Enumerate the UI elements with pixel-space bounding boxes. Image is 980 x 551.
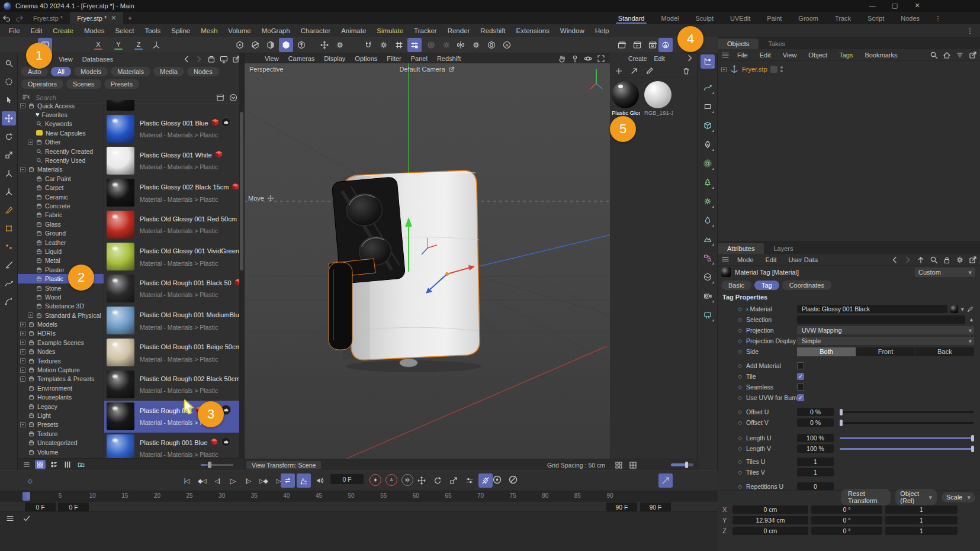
y-position-field[interactable]: 12.934 cm bbox=[732, 516, 808, 524]
tree-item-uncategorized[interactable]: Uncategorized bbox=[18, 438, 104, 447]
filter-chip-nodes[interactable]: Nodes bbox=[187, 67, 219, 76]
menu-modes[interactable]: Modes bbox=[79, 27, 110, 34]
panel-tab-attributes[interactable]: Attributes bbox=[718, 243, 764, 254]
filter-chip-auto[interactable]: Auto bbox=[21, 67, 48, 76]
render-view-button[interactable] bbox=[615, 38, 629, 52]
axis-mode-button[interactable] bbox=[294, 38, 309, 52]
record-params-button[interactable] bbox=[462, 473, 477, 488]
menu-render[interactable]: Render bbox=[442, 27, 475, 34]
layout-tab-nodes[interactable]: Nodes bbox=[892, 12, 928, 24]
viewport-menu-redshift[interactable]: Redshift bbox=[432, 55, 465, 62]
tool-arc-button[interactable] bbox=[2, 295, 16, 309]
goto-start-button[interactable]: |◁ bbox=[179, 473, 194, 488]
layout-tab-uvedit[interactable]: UVEdit bbox=[722, 12, 759, 24]
tree-item-favorites[interactable]: ♥Favorites bbox=[18, 110, 104, 119]
new-tab-button[interactable]: + bbox=[123, 13, 136, 24]
attribute-footer-menu-icon[interactable] bbox=[722, 492, 734, 502]
thumbnail-size-slider[interactable] bbox=[201, 464, 233, 466]
material-link-field[interactable]: Plastic Glossy 001 Black bbox=[797, 305, 947, 313]
autokey-button[interactable]: A bbox=[297, 473, 311, 488]
view-label[interactable]: Perspective bbox=[249, 66, 283, 73]
material-sphere[interactable] bbox=[644, 81, 671, 108]
hex-eye-button[interactable] bbox=[484, 38, 499, 52]
coordinate-space-dropdown[interactable]: Object (Rel)▾ bbox=[895, 489, 937, 505]
object-tree-row[interactable]: + Fryer.stp bbox=[721, 64, 783, 75]
loop-button[interactable] bbox=[281, 473, 295, 488]
viewport-canvas[interactable]: Perspective Default Camera Move bbox=[245, 63, 610, 459]
document-tab[interactable]: Fryer.stp * bbox=[26, 12, 70, 24]
axis-button[interactable] bbox=[149, 38, 163, 52]
expander-icon[interactable]: + bbox=[20, 322, 25, 327]
material-list-item[interactable]: Plastic Old Rough 002 Black 50cmMaterial… bbox=[104, 369, 239, 401]
side-option-both[interactable]: Both bbox=[797, 347, 856, 356]
length-u-slider[interactable] bbox=[840, 437, 974, 439]
key-circle2-button[interactable] bbox=[507, 474, 519, 486]
gear-button[interactable] bbox=[333, 38, 347, 52]
camera-swap-icon[interactable] bbox=[448, 66, 455, 73]
layout-more-icon[interactable]: ⋮ bbox=[931, 13, 944, 24]
palette-cube-button[interactable] bbox=[701, 118, 715, 133]
om-menu-bookmarks[interactable]: Bookmarks bbox=[859, 51, 902, 59]
asset-menu-view[interactable]: View bbox=[54, 56, 78, 63]
tree-item-houseplants[interactable]: Houseplants bbox=[18, 393, 104, 402]
viewport-menu-filter[interactable]: Filter bbox=[382, 55, 406, 62]
range-end-field[interactable]: 90 F bbox=[606, 502, 637, 511]
render-picture-button[interactable] bbox=[630, 38, 644, 52]
palette-shader-button[interactable] bbox=[701, 270, 715, 284]
tree-item-leather[interactable]: Leather bbox=[18, 238, 104, 247]
side-option-front[interactable]: Front bbox=[856, 347, 915, 356]
tree-item-texture[interactable]: Texture bbox=[18, 429, 104, 438]
tool-spline-pen-button[interactable] bbox=[2, 276, 16, 291]
z-scale-field[interactable]: 1 bbox=[885, 527, 957, 535]
record-move-button[interactable] bbox=[415, 473, 429, 488]
tree-item-nodes[interactable]: +Nodes bbox=[18, 347, 104, 356]
menu-extensions[interactable]: Extensions bbox=[511, 27, 555, 34]
attr-menu-user-data[interactable]: User Data bbox=[783, 256, 824, 263]
use-uvw-for-bump-checkbox[interactable]: ✓ bbox=[797, 394, 804, 401]
tree-item-standard-physical[interactable]: +Standard & Physical bbox=[18, 311, 104, 320]
tree-item-glass[interactable]: Glass bbox=[18, 220, 104, 228]
palette-generator-button[interactable] bbox=[701, 194, 715, 208]
layer-chip-icon[interactable] bbox=[770, 66, 777, 73]
document-tab[interactable]: Fryer.stp *✕ bbox=[70, 12, 123, 24]
menu-help[interactable]: Help bbox=[590, 27, 615, 34]
filter-chip-operators[interactable]: Operators bbox=[21, 79, 63, 89]
object-manager-menu-icon[interactable] bbox=[720, 50, 731, 59]
reset-transform-button[interactable]: Reset Transform bbox=[841, 489, 891, 505]
material-sphere[interactable] bbox=[612, 81, 639, 108]
tree-item-light[interactable]: Light bbox=[18, 411, 104, 420]
arrow-ne-button[interactable] bbox=[629, 66, 640, 76]
snap-grid-button[interactable] bbox=[407, 38, 422, 52]
length-v-value[interactable]: 100 % bbox=[797, 444, 834, 453]
tool-poly-pen-button[interactable] bbox=[2, 203, 16, 217]
menu-more-icon[interactable]: ⋮ bbox=[963, 25, 976, 36]
move-button[interactable] bbox=[317, 38, 332, 52]
repetitions-u-value[interactable]: 0 bbox=[797, 482, 834, 491]
palette-pen-nib-button[interactable] bbox=[701, 137, 715, 152]
tree-item-wood[interactable]: Wood bbox=[18, 292, 104, 301]
length-u-value[interactable]: 100 % bbox=[797, 434, 834, 442]
gear-button[interactable] bbox=[469, 38, 483, 52]
menu-tracker[interactable]: Tracker bbox=[409, 27, 442, 34]
z-rotation-field[interactable]: 0 ° bbox=[811, 527, 882, 535]
layout-tab-standard[interactable]: Standard bbox=[610, 12, 653, 24]
tree-item-textures[interactable]: +Textures bbox=[18, 356, 104, 365]
tree-item-motion-capture[interactable]: +Motion Capture bbox=[18, 365, 104, 374]
tree-item-substance-3d[interactable]: Substance 3D bbox=[18, 302, 104, 311]
maximize-button[interactable]: ▢ bbox=[886, 0, 904, 11]
expand-icon[interactable]: + bbox=[721, 67, 727, 72]
offset-u-value[interactable]: 0 % bbox=[797, 408, 834, 416]
material-list-item[interactable]: Material - Materials > Plastic bbox=[104, 100, 239, 113]
menu-character[interactable]: Character bbox=[295, 27, 336, 34]
tree-item-example-scenes[interactable]: +Example Scenes bbox=[18, 338, 104, 347]
tree-item-other[interactable]: +Other bbox=[18, 138, 104, 147]
render-region-button[interactable] bbox=[658, 38, 673, 52]
viewport-menu-options[interactable]: Options bbox=[350, 55, 382, 62]
om-menu-tags[interactable]: Tags bbox=[834, 51, 858, 59]
tiles-v-value[interactable]: 1 bbox=[797, 468, 834, 476]
asset-menu-databases[interactable]: Databases bbox=[78, 56, 118, 63]
gear-button[interactable] bbox=[401, 474, 413, 486]
gear-button[interactable] bbox=[439, 38, 454, 52]
tool-axis-button[interactable] bbox=[2, 166, 16, 181]
tree-item-quick-access[interactable]: −Quick Access bbox=[18, 101, 104, 110]
